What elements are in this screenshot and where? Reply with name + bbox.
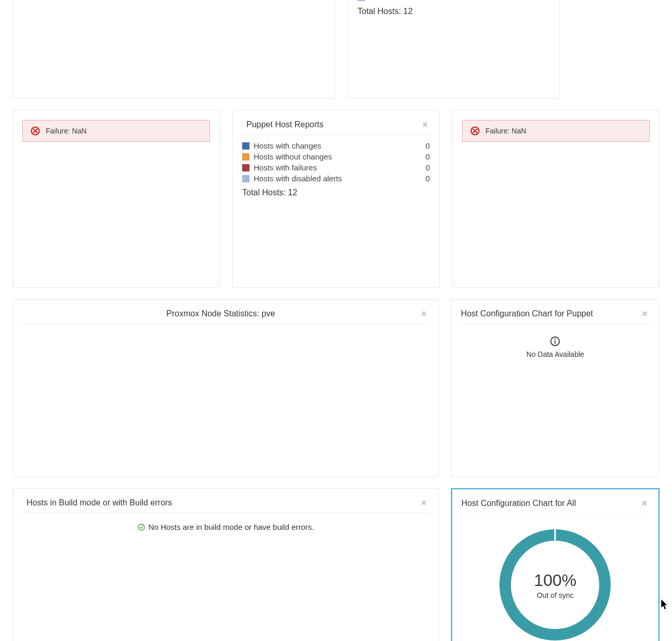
build-ok-row: No Hosts are in build mode or have build…: [22, 518, 429, 531]
failure-text: Failure: NaN: [46, 127, 87, 135]
svg-point-5: [138, 524, 144, 530]
card-build-mode: Hosts in Build mode or with Build errors…: [12, 488, 439, 641]
info-circle-icon: [549, 336, 561, 347]
card-empty-top-left: [12, 0, 335, 99]
card-title-host-config-puppet: Host Configuration Chart for Puppet: [461, 309, 593, 318]
card-title-puppet-reports: Puppet Host Reports: [242, 120, 324, 129]
failure-alert: Failure: NaN: [462, 120, 650, 142]
card-host-reports-top: Hosts with disabled alerts 0 Total Hosts…: [348, 0, 560, 99]
no-data-block: No Data Available: [461, 329, 650, 358]
close-icon[interactable]: ×: [640, 309, 650, 318]
failure-text: Failure: NaN: [485, 127, 526, 135]
swatch-icon: [242, 164, 249, 171]
legend-label: Hosts with disabled alerts: [369, 0, 457, 2]
legend-label: Hosts with failures: [254, 163, 317, 172]
legend-value: 0: [546, 0, 550, 2]
card-failure-left: Failure: NaN: [12, 110, 220, 288]
swatch-icon: [242, 175, 249, 182]
close-icon[interactable]: ×: [419, 309, 429, 318]
svg-point-3: [555, 339, 556, 340]
card-host-config-all[interactable]: Host Configuration Chart for All × 100% …: [451, 488, 660, 641]
build-ok-text: No Hosts are in build mode or have build…: [149, 523, 314, 531]
close-icon[interactable]: ×: [419, 498, 429, 508]
legend-value: 0: [426, 174, 430, 183]
card-title-build-mode: Hosts in Build mode or with Build errors: [22, 498, 172, 508]
legend-row: Hosts with disabled alerts0: [242, 173, 430, 184]
failure-alert: Failure: NaN: [22, 120, 210, 142]
close-icon[interactable]: ×: [639, 499, 649, 508]
card-failure-right: Failure: NaN: [452, 110, 660, 288]
no-data-text: No Data Available: [461, 350, 650, 358]
legend-row: Hosts with failures0: [242, 162, 430, 173]
card-puppet-host-reports: Puppet Host Reports × Hosts with changes…: [232, 110, 440, 288]
legend-label: Hosts without changes: [254, 152, 332, 161]
card-host-config-puppet: Host Configuration Chart for Puppet × No…: [451, 299, 660, 477]
legend-row-disabled-top: Hosts with disabled alerts 0: [358, 0, 550, 3]
legend-row: Hosts with changes0: [242, 140, 430, 151]
svg-rect-4: [555, 341, 556, 344]
card-title-host-config-all: Host Configuration Chart for All: [462, 499, 576, 508]
swatch-icon: [242, 153, 249, 161]
donut-label: Out of sync: [537, 591, 574, 599]
legend-label: Hosts with disabled alerts: [254, 174, 342, 183]
legend-value: 0: [426, 163, 430, 172]
legend-label: Hosts with changes: [254, 141, 321, 150]
donut-chart: 100% Out of sync: [462, 519, 649, 640]
legend-value: 0: [426, 141, 430, 150]
card-proxmox-node-stats: Proxmox Node Statistics: pve ×: [12, 299, 439, 477]
card-title-proxmox: Proxmox Node Statistics: pve: [22, 309, 419, 318]
close-icon[interactable]: ×: [420, 120, 430, 129]
donut-percent: 100%: [534, 571, 576, 590]
total-hosts-top: Total Hosts: 12: [358, 7, 550, 16]
error-circle-icon: [470, 126, 480, 136]
swatch-icon: [242, 142, 249, 150]
legend-value: 0: [426, 152, 430, 161]
puppet-legend-list: Hosts with changes0Hosts without changes…: [242, 140, 430, 184]
error-circle-icon: [30, 126, 41, 136]
legend-row: Hosts without changes0: [242, 151, 430, 162]
swatch-lblue-icon: [358, 0, 365, 1]
check-circle-icon: [137, 523, 146, 531]
total-hosts-puppet: Total Hosts: 12: [242, 188, 430, 197]
